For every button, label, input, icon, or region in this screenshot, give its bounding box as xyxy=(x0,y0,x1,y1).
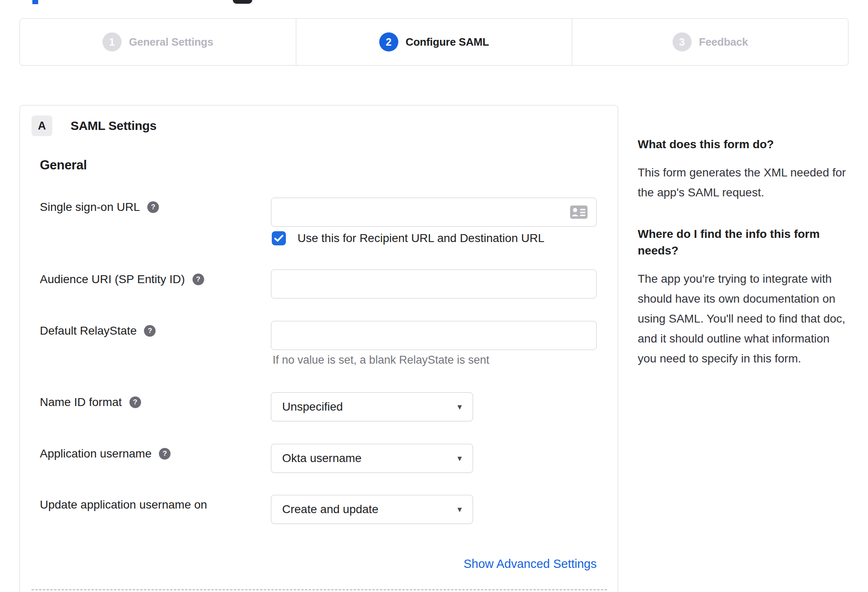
contact-card-icon xyxy=(570,205,588,219)
name-id-format-label-row: Name ID format ? xyxy=(40,395,141,409)
dropdown-arrow-icon: ▾ xyxy=(457,402,462,412)
sidebar-question-1-body: This form generates the XML needed for t… xyxy=(638,163,851,203)
update-username-label: Update application username on xyxy=(40,498,207,511)
panel-title: SAML Settings xyxy=(71,119,156,133)
name-id-format-select[interactable]: Unspecified ▾ xyxy=(271,392,473,421)
checkmark-icon xyxy=(274,235,283,242)
step-number-badge: 3 xyxy=(673,32,692,51)
sso-url-label: Single sign-on URL xyxy=(40,201,140,214)
step-configure-saml[interactable]: 2 Configure SAML xyxy=(296,19,572,65)
app-username-label-row: Application username ? xyxy=(40,447,171,461)
app-username-label: Application username xyxy=(40,447,151,460)
dropdown-arrow-icon: ▾ xyxy=(457,453,462,463)
sidebar-question-2-title: Where do I find the info this form needs… xyxy=(638,226,851,259)
help-icon[interactable]: ? xyxy=(193,274,204,285)
help-icon[interactable]: ? xyxy=(159,448,171,460)
relaystate-input[interactable] xyxy=(271,321,597,350)
app-username-value: Okta username xyxy=(282,452,361,465)
recipient-url-checkbox[interactable] xyxy=(272,231,286,245)
step-label: General Settings xyxy=(129,36,213,49)
cutoff-dark-button-fragment xyxy=(233,0,252,4)
cutoff-blue-tab-fragment xyxy=(32,0,38,4)
dropdown-arrow-icon: ▾ xyxy=(457,504,462,514)
section-a-badge: A xyxy=(32,115,52,136)
general-section-title: General xyxy=(40,158,87,173)
panel-header: A SAML Settings xyxy=(32,115,156,136)
help-icon[interactable]: ? xyxy=(147,201,159,213)
sso-url-input-wrap xyxy=(271,198,597,227)
dashed-section-divider xyxy=(32,589,607,590)
recipient-url-checkbox-row: Use this for Recipient URL and Destinati… xyxy=(272,231,544,245)
audience-uri-input-wrap xyxy=(271,269,597,298)
name-id-format-value: Unspecified xyxy=(282,400,343,413)
update-username-value: Create and update xyxy=(282,503,378,516)
configure-saml-page: { "stepper": { "steps": [ { "number": "1… xyxy=(0,0,868,592)
relaystate-label: Default RelayState xyxy=(40,324,137,338)
help-icon[interactable]: ? xyxy=(144,325,156,337)
relaystate-input-wrap xyxy=(271,321,597,350)
sso-url-input[interactable] xyxy=(271,198,597,227)
app-username-select[interactable]: Okta username ▾ xyxy=(271,444,473,473)
show-advanced-settings-link[interactable]: Show Advanced Settings xyxy=(271,557,597,571)
audience-uri-label-row: Audience URI (SP Entity ID) ? xyxy=(40,272,204,286)
saml-settings-panel: A SAML Settings General Single sign-on U… xyxy=(20,105,618,592)
step-number-badge: 1 xyxy=(102,32,122,51)
recipient-url-checkbox-label: Use this for Recipient URL and Destinati… xyxy=(297,232,544,245)
help-icon[interactable]: ? xyxy=(129,396,141,408)
step-general-settings[interactable]: 1 General Settings xyxy=(20,19,296,65)
update-username-select[interactable]: Create and update ▾ xyxy=(271,495,473,524)
wizard-stepper: 1 General Settings 2 Configure SAML 3 Fe… xyxy=(20,18,848,66)
audience-uri-input[interactable] xyxy=(271,269,597,298)
step-label: Feedback xyxy=(699,36,748,49)
relaystate-label-row: Default RelayState ? xyxy=(40,324,156,338)
help-sidebar: What does this form do? This form genera… xyxy=(638,136,851,392)
sso-url-label-row: Single sign-on URL ? xyxy=(40,200,159,214)
update-username-label-row: Update application username on xyxy=(40,498,207,512)
relaystate-hint: If no value is set, a blank RelayState i… xyxy=(273,354,489,367)
name-id-format-label: Name ID format xyxy=(40,396,122,409)
audience-uri-label: Audience URI (SP Entity ID) xyxy=(40,273,185,286)
sidebar-question-2-body: The app you're trying to integrate with … xyxy=(638,269,851,369)
step-feedback[interactable]: 3 Feedback xyxy=(572,19,848,65)
step-label: Configure SAML xyxy=(406,36,489,49)
sidebar-question-1-title: What does this form do? xyxy=(638,136,851,153)
step-number-badge: 2 xyxy=(379,32,398,51)
